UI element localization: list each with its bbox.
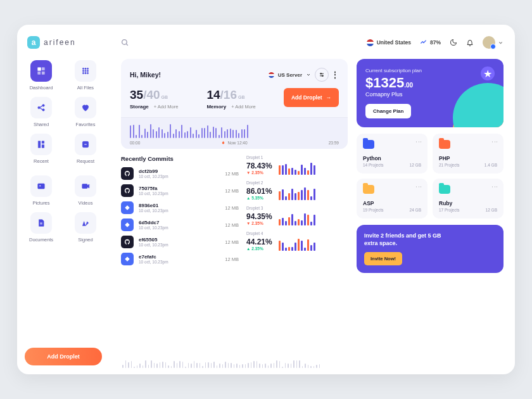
droplet-card[interactable]: Droplet 394.35%▼ 2.35% xyxy=(246,206,348,225)
nav-signed[interactable]: Signed xyxy=(69,212,102,243)
commit-date: 10 oct, 10.23pm xyxy=(139,260,220,264)
settings-icon[interactable] xyxy=(315,68,329,82)
droplet-name: Droplet 2 xyxy=(246,180,348,185)
svg-rect-22 xyxy=(82,184,87,189)
invite-text: Invite 2 friends and get 5 GB extra spac… xyxy=(364,232,446,247)
folder-php[interactable]: ⋮PHP21 Projects1.4 GB xyxy=(433,134,504,174)
droplet-card[interactable]: Droplet 178.43%▼ 2.35% xyxy=(246,155,348,175)
nav-label: Videos xyxy=(79,200,93,206)
folder-projects: 19 Projects xyxy=(363,208,384,212)
droplet-card[interactable]: Droplet 286.01%▲ 5.35% xyxy=(246,180,348,200)
region-selector[interactable]: United States xyxy=(367,39,411,46)
storage-used: 35 xyxy=(130,88,143,101)
user-menu[interactable] xyxy=(483,36,504,49)
decoration-icon xyxy=(460,230,498,268)
nav-pictures[interactable]: Pictures xyxy=(25,175,58,206)
nav-dashboard[interactable]: Dashboard xyxy=(25,60,58,91)
folder-asp[interactable]: ⋮ASP19 Projects24 GB xyxy=(357,179,428,218)
nav-label: Favorites xyxy=(76,122,96,127)
commit-list: dcf2b9910 oct, 10.23pm12 MB75075fa10 oct… xyxy=(121,167,239,265)
nav-label: Pictures xyxy=(32,200,49,206)
nav-shared[interactable]: Shared xyxy=(25,97,58,127)
server-selector[interactable]: US Server xyxy=(269,72,311,78)
more-icon[interactable]: ⋮ xyxy=(491,184,498,190)
droplet-name: Droplet 1 xyxy=(246,155,348,160)
add-droplet-cta[interactable]: Add Droplet→ xyxy=(284,88,339,107)
svg-line-27 xyxy=(126,44,128,46)
commit-hash: 75075fa xyxy=(139,186,220,191)
nav-label: Shared xyxy=(34,122,49,127)
svg-rect-20 xyxy=(38,184,45,189)
folder-name: ASP xyxy=(363,200,421,206)
svg-point-26 xyxy=(122,39,127,44)
logo[interactable]: a arifeen xyxy=(27,36,102,49)
svg-rect-0 xyxy=(38,68,41,71)
droplets-section: Droplet 178.43%▼ 2.35%Droplet 286.01%▲ 5… xyxy=(246,155,348,348)
bell-icon[interactable] xyxy=(466,39,474,46)
add-droplet-button[interactable]: Add Droplet xyxy=(25,348,102,365)
droplet-card[interactable]: Droplet 444.21%▲ 2.35% xyxy=(246,231,348,251)
commit-item[interactable]: ef6550510 oct, 10.23pm12 MB xyxy=(121,236,239,248)
column-right: ★ Current subscription plan $1325.00 Com… xyxy=(357,59,504,368)
change-plan-button[interactable]: Change Plan xyxy=(365,104,411,118)
svg-point-5 xyxy=(85,68,86,69)
folder-python[interactable]: ⋮Python14 Projects12 GB xyxy=(357,134,428,174)
folder-ruby[interactable]: ⋮Ruby17 Projects12 GB xyxy=(433,179,504,218)
nav-label: Dashboard xyxy=(30,85,53,91)
nav-request[interactable]: Request xyxy=(69,134,102,164)
svg-point-11 xyxy=(85,72,86,73)
commit-date: 10 oct, 10.23pm xyxy=(139,174,220,179)
droplet-pct: 78.43% xyxy=(246,162,272,170)
memory-add-link[interactable]: + Add More xyxy=(231,104,256,110)
hero-card: Hi, Mikey! US Server ⋮ 35/40GB Storage+ … xyxy=(121,59,348,149)
commit-item[interactable]: 8936e0110 oct, 10.23pm12 MB xyxy=(121,201,239,214)
more-icon[interactable]: ⋮ xyxy=(415,184,422,190)
commit-hash: e7efafc xyxy=(139,254,220,260)
nav-videos[interactable]: Videos xyxy=(69,175,102,206)
commit-item[interactable]: 6d5ddc710 oct, 10.23pm12 MB xyxy=(121,218,239,231)
commit-item[interactable]: e7efafc10 oct, 10.23pm12 MB xyxy=(121,253,239,265)
timeline: 00:00 Now 12:40 23:59 xyxy=(121,117,348,149)
svg-rect-1 xyxy=(42,68,44,70)
metric-pill[interactable]: 87% xyxy=(420,39,441,46)
invite-button[interactable]: Invite Now! xyxy=(364,252,402,265)
droplet-bars xyxy=(279,186,348,200)
memory-unit: GB xyxy=(238,95,245,99)
image-icon xyxy=(30,175,52,197)
nav-all-files[interactable]: All Files xyxy=(69,60,102,91)
commit-item[interactable]: dcf2b9910 oct, 10.23pm12 MB xyxy=(121,167,239,180)
svg-point-7 xyxy=(82,70,84,72)
more-icon[interactable]: ⋮ xyxy=(415,139,422,145)
commit-date: 10 oct, 10.23pm xyxy=(139,191,220,196)
droplet-name: Droplet 4 xyxy=(246,231,348,236)
commits-title: Recently Commits xyxy=(121,155,239,162)
bitbucket-icon xyxy=(121,218,134,231)
droplet-bars xyxy=(279,212,348,225)
github-icon xyxy=(121,167,134,180)
commits-section: Recently Commits dcf2b9910 oct, 10.23pm1… xyxy=(121,155,239,348)
commit-date: 10 oct, 10.23pm xyxy=(139,243,220,247)
svg-point-21 xyxy=(39,185,41,186)
sign-icon xyxy=(75,212,96,234)
commit-hash: dcf2b99 xyxy=(139,168,220,174)
commit-date: 10 oct, 10.23pm xyxy=(139,208,220,213)
search-icon[interactable] xyxy=(121,39,129,47)
storage-add-link[interactable]: + Add More xyxy=(154,104,179,110)
commit-size: 12 MB xyxy=(225,256,239,262)
commit-item[interactable]: 75075fa10 oct, 10.23pm12 MB xyxy=(121,184,239,197)
share-icon xyxy=(30,97,52,118)
memory-used: 14 xyxy=(206,88,220,101)
heart-icon xyxy=(75,97,96,118)
more-icon[interactable]: ⋮ xyxy=(331,70,339,79)
svg-point-12 xyxy=(87,72,88,73)
svg-point-31 xyxy=(322,75,323,77)
folder-icon xyxy=(363,185,374,194)
more-icon[interactable]: ⋮ xyxy=(491,139,498,145)
bitbucket-icon xyxy=(121,201,134,214)
moon-icon[interactable] xyxy=(450,39,457,46)
nav-recent[interactable]: Recent xyxy=(25,134,58,164)
svg-line-17 xyxy=(40,108,42,110)
nav-favorites[interactable]: Favorites xyxy=(69,97,102,127)
nav-grid-secondary: PicturesVideosDocumentsSigned xyxy=(25,175,102,243)
nav-documents[interactable]: Documents xyxy=(25,212,58,243)
